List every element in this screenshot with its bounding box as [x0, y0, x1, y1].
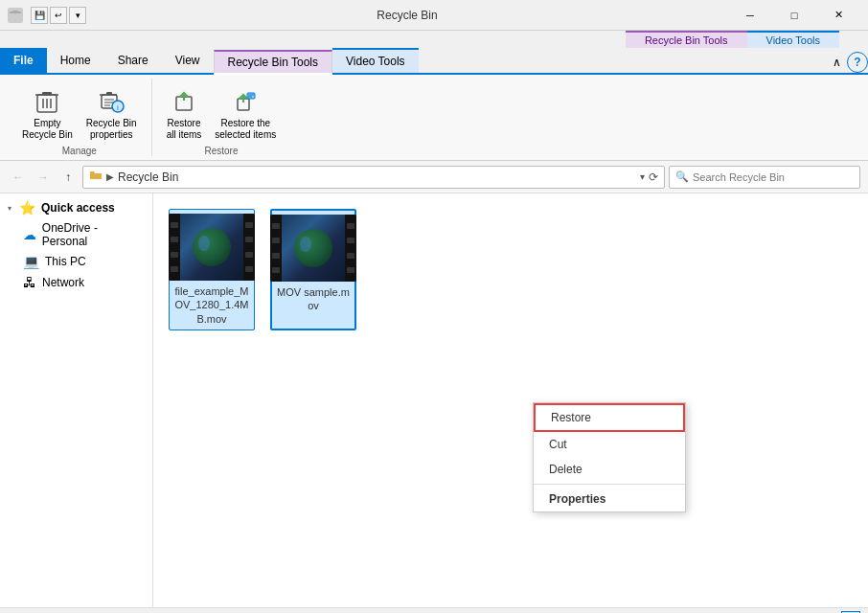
help-button[interactable]: ? [847, 52, 868, 73]
ribbon-collapse-btn[interactable]: ∧ [829, 54, 845, 71]
restore-group-label: Restore [160, 144, 284, 156]
main-area: ▾ ⭐ Quick access ☁ OneDrive - Personal 💻… [0, 193, 868, 607]
restore-all-items-button[interactable]: Restoreall items [160, 82, 209, 144]
title-bar-left: 💾 ↩ ▾ [8, 7, 86, 24]
sidebar-item-network[interactable]: 🖧 Network [0, 272, 152, 293]
restore-all-icon [169, 85, 199, 116]
earth-1 [193, 228, 231, 266]
empty-recycle-bin-icon [32, 85, 62, 116]
restore-selected-icon [230, 85, 261, 116]
svg-rect-2 [12, 11, 18, 12]
context-menu: Restore Cut Delete Properties [533, 402, 686, 512]
title-bar: 💾 ↩ ▾ Recycle Bin ─ □ ✕ [0, 0, 868, 31]
address-bar[interactable]: ▶ Recycle Bin ▾ ⟳ [82, 166, 665, 189]
svg-text:i: i [117, 103, 119, 112]
context-menu-properties[interactable]: Properties [534, 487, 685, 511]
play-context-label: Video Tools [747, 31, 839, 48]
forward-button[interactable]: → [33, 167, 54, 188]
film-strip-left-1 [169, 214, 180, 281]
ribbon-tab-bar: File Home Share View Recycle Bin Tools V… [0, 48, 868, 75]
tab-share[interactable]: Share [104, 48, 162, 73]
network-icon: 🖧 [23, 275, 36, 290]
window-title: Recycle Bin [86, 9, 728, 22]
restore-all-label: Restoreall items [167, 118, 202, 141]
file-item-1[interactable]: file_example_MOV_1280_1.4MB.mov [169, 209, 255, 330]
expand-icon: ▾ [8, 204, 11, 213]
earth-2 [294, 229, 332, 267]
file-item-2[interactable]: MOV sample.mov [270, 209, 356, 330]
svg-rect-19 [247, 93, 255, 99]
context-menu-delete[interactable]: Delete [534, 457, 685, 482]
title-bar-app-icon [8, 8, 23, 23]
address-location: Recycle Bin [118, 170, 636, 184]
quick-access-toolbar: 💾 ↩ ▾ [31, 7, 86, 24]
file-name-1: file_example_MOV_1280_1.4MB.mov [173, 284, 250, 326]
restore-selected-button[interactable]: Restore theselected items [208, 82, 283, 144]
this-pc-icon: 💻 [23, 254, 39, 269]
tab-video-tools[interactable]: Video Tools [332, 48, 419, 73]
refresh-button[interactable]: ⟳ [649, 170, 658, 184]
back-button[interactable]: ← [8, 167, 29, 188]
address-folder-icon [89, 170, 103, 184]
this-pc-label: This PC [45, 255, 86, 268]
context-menu-cut[interactable]: Cut [534, 432, 685, 457]
quick-access-icon: ⭐ [19, 200, 35, 216]
manage-context-label: Recycle Bin Tools [626, 31, 747, 48]
properties-btn-label: Recycle Binproperties [86, 118, 137, 141]
search-icon: 🔍 [675, 170, 689, 183]
context-menu-restore[interactable]: Restore [534, 403, 685, 432]
restore-buttons: Restoreall items Restore theselected ite… [160, 79, 284, 144]
tab-home[interactable]: Home [47, 48, 104, 73]
tab-recycle-bin-tools[interactable]: Recycle Bin Tools [214, 50, 333, 75]
status-bar: 2 items 2 items selected 2.05 MB ☰ ⊞ [0, 607, 868, 613]
tb-save-btn[interactable]: 💾 [31, 7, 48, 24]
file-thumbnail-1 [169, 214, 255, 281]
properties-icon: i [96, 85, 126, 116]
film-strip-right-2 [345, 215, 356, 282]
tab-view[interactable]: View [162, 48, 214, 73]
file-name-2: MOV sample.mov [276, 285, 351, 313]
search-box[interactable]: 🔍 [669, 166, 860, 189]
content-area: file_example_MOV_1280_1.4MB.mov [153, 193, 868, 607]
manage-group-label: Manage [15, 144, 144, 156]
search-input[interactable] [693, 171, 854, 183]
restore-selected-label: Restore theselected items [215, 118, 276, 141]
onedrive-label: OneDrive - Personal [42, 221, 145, 248]
onedrive-icon: ☁ [23, 227, 36, 242]
ribbon-chevron-area: ∧ ? [829, 52, 868, 73]
network-label: Network [42, 276, 84, 289]
svg-rect-0 [11, 12, 20, 20]
sidebar-item-quick-access[interactable]: ▾ ⭐ Quick access [0, 197, 152, 218]
film-strip-left-2 [270, 215, 282, 282]
manage-buttons: EmptyRecycle Bin i Recycle Binprope [15, 79, 144, 144]
ribbon-content: EmptyRecycle Bin i Recycle Binprope [0, 75, 868, 161]
film-content-1 [180, 214, 243, 281]
navigation-bar: ← → ↑ ▶ Recycle Bin ▾ ⟳ 🔍 [0, 161, 868, 193]
tab-file[interactable]: File [0, 48, 47, 73]
file-thumbnail-2 [270, 215, 356, 282]
film-strip-right-1 [243, 214, 255, 281]
context-menu-divider [534, 484, 685, 485]
context-tab-bar: Recycle Bin Tools Video Tools [0, 31, 868, 48]
address-dropdown-icon[interactable]: ▾ [640, 171, 645, 182]
empty-btn-label: EmptyRecycle Bin [22, 118, 73, 141]
film-content-2 [282, 215, 345, 282]
empty-recycle-bin-button[interactable]: EmptyRecycle Bin [15, 82, 80, 144]
breadcrumb-separator: ▶ [106, 171, 114, 182]
svg-rect-5 [42, 92, 52, 95]
sidebar: ▾ ⭐ Quick access ☁ OneDrive - Personal 💻… [0, 193, 153, 607]
close-button[interactable]: ✕ [816, 0, 860, 31]
quick-access-label: Quick access [41, 201, 115, 215]
sidebar-item-this-pc[interactable]: 💻 This PC [0, 251, 152, 272]
tb-undo-btn[interactable]: ↩ [50, 7, 67, 24]
recycle-bin-properties-button[interactable]: i Recycle Binproperties [80, 82, 144, 144]
ribbon-group-restore: Restoreall items Restore theselected ite… [152, 79, 291, 156]
window-controls: ─ □ ✕ [728, 0, 860, 31]
tb-more-btn[interactable]: ▾ [69, 7, 86, 24]
sidebar-item-onedrive[interactable]: ☁ OneDrive - Personal [0, 218, 152, 251]
minimize-button[interactable]: ─ [728, 0, 772, 31]
file-grid: file_example_MOV_1280_1.4MB.mov [169, 209, 853, 330]
up-button[interactable]: ↑ [57, 167, 79, 188]
maximize-button[interactable]: □ [772, 0, 816, 31]
ribbon-group-manage: EmptyRecycle Bin i Recycle Binprope [8, 79, 152, 156]
